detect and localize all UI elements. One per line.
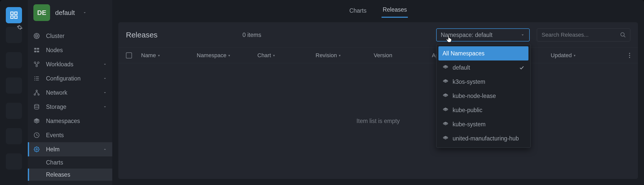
namespace-dropdown: All Namespaces default k3os-system: [436, 44, 531, 148]
svg-point-50: [629, 57, 630, 58]
chevron-down-icon: [82, 10, 87, 15]
panel-header: Releases 0 items Namespace: default All …: [118, 22, 638, 48]
svg-point-34: [34, 104, 39, 106]
col-name[interactable]: Name▾: [141, 52, 197, 59]
storage-icon: [33, 103, 40, 111]
check-icon: [519, 65, 524, 70]
panel-title: Releases: [126, 31, 158, 39]
col-namespace[interactable]: Namespace▾: [197, 52, 257, 59]
search-input[interactable]: [541, 31, 620, 38]
dropdown-item-label: united-manufacturing-hub: [453, 135, 519, 142]
col-updated[interactable]: Updated▾: [551, 52, 586, 59]
dropdown-item[interactable]: k3os-system: [438, 75, 528, 89]
tab-charts[interactable]: Charts: [348, 7, 368, 18]
svg-rect-2: [11, 16, 13, 18]
nodes-icon: [33, 46, 40, 54]
svg-point-46: [621, 33, 624, 36]
svg-line-11: [37, 36, 38, 38]
cluster-badge: DE: [33, 4, 50, 21]
svg-rect-16: [34, 51, 36, 52]
chevron-down-icon: [103, 62, 107, 67]
rail-slot[interactable]: [6, 77, 22, 94]
sidebar-item-configuration[interactable]: Configuration: [28, 71, 112, 86]
rail-slot[interactable]: [6, 52, 22, 68]
rail-home-button[interactable]: [6, 7, 22, 23]
namespace-select[interactable]: Namespace: default All Namespaces defaul…: [436, 28, 530, 42]
chevron-down-icon: [103, 90, 107, 95]
svg-line-12: [37, 34, 38, 35]
rail-slot[interactable]: [6, 153, 22, 170]
sidebar-item-storage[interactable]: Storage: [28, 100, 112, 114]
dropdown-item-default[interactable]: default: [438, 60, 528, 75]
col-chart[interactable]: Chart▾: [257, 52, 316, 59]
sidebar-sub-releases[interactable]: Releases: [28, 169, 112, 181]
sidebar-item-workloads[interactable]: Workloads: [28, 57, 112, 71]
svg-rect-24: [36, 76, 39, 77]
sort-icon: ▾: [228, 53, 230, 57]
helm-wheel-icon: [33, 32, 40, 40]
nav: Cluster Nodes Workloads Configurati: [28, 25, 112, 181]
sidebar-item-network[interactable]: Network: [28, 86, 112, 100]
rail-slot[interactable]: [6, 128, 22, 144]
chevron-up-icon: [103, 147, 107, 152]
sidebar-sub-charts[interactable]: Charts: [28, 156, 112, 169]
svg-line-47: [624, 36, 625, 37]
sidebar-item-events[interactable]: Events: [28, 128, 112, 142]
select-all[interactable]: [126, 52, 141, 58]
rail-slot[interactable]: [6, 103, 22, 119]
dropdown-item-label: k3os-system: [453, 78, 485, 85]
search-box[interactable]: [537, 28, 630, 42]
sidebar-item-namespaces[interactable]: Namespaces: [28, 114, 112, 128]
sidebar-sub-label: Charts: [46, 159, 63, 166]
sidebar-item-label: Nodes: [46, 47, 107, 54]
chevron-down-icon: [103, 76, 107, 81]
cluster-selector[interactable]: DE default: [28, 0, 112, 25]
sort-icon: ▾: [273, 53, 275, 57]
svg-rect-17: [37, 51, 39, 52]
dropdown-item-all[interactable]: All Namespaces: [438, 46, 528, 60]
svg-rect-26: [36, 78, 39, 79]
layers-icon: [33, 117, 40, 125]
cluster-name: default: [55, 9, 75, 17]
svg-line-33: [37, 91, 38, 94]
clock-icon: [33, 131, 40, 139]
sidebar-item-label: Workloads: [46, 61, 97, 68]
tabs: Charts Releases: [118, 0, 638, 18]
network-icon: [33, 89, 40, 96]
rail-settings-icon[interactable]: [17, 24, 23, 30]
dropdown-item[interactable]: kube-node-lease: [438, 89, 528, 103]
table-body: Item list is empty: [118, 63, 638, 179]
search-icon: [620, 32, 626, 38]
layers-icon: [442, 65, 449, 71]
sidebar-item-label: Configuration: [46, 75, 97, 82]
tab-releases[interactable]: Releases: [382, 6, 408, 18]
sidebar-item-nodes[interactable]: Nodes: [28, 43, 112, 57]
col-revision[interactable]: Revision▾: [316, 52, 374, 59]
layers-icon: [442, 135, 449, 141]
dropdown-item[interactable]: united-manufacturing-hub: [438, 131, 528, 146]
col-version[interactable]: Version: [374, 52, 432, 59]
sort-icon: ▾: [158, 53, 160, 57]
chevron-down-icon: [103, 105, 107, 109]
svg-point-48: [629, 53, 630, 54]
namespace-select-label: Namespace: default: [441, 32, 493, 38]
sidebar-item-label: Storage: [46, 104, 97, 110]
column-menu[interactable]: [629, 52, 630, 58]
left-rail: [0, 0, 28, 185]
svg-line-32: [35, 91, 37, 94]
empty-state: Item list is empty: [357, 118, 400, 125]
svg-line-10: [35, 34, 36, 35]
dropdown-item-label: All Namespaces: [442, 50, 484, 57]
svg-line-21: [36, 63, 36, 65]
table-header: Name▾ Namespace▾ Chart▾ Revision▾ Versio…: [118, 48, 638, 63]
app-root: DE default Cluster: [0, 0, 644, 185]
dropdown-item[interactable]: kube-system: [438, 117, 528, 131]
sidebar-sub-label: Releases: [46, 171, 70, 178]
svg-rect-0: [11, 12, 13, 14]
sidebar-item-helm[interactable]: Helm: [28, 142, 112, 156]
svg-point-37: [36, 149, 37, 150]
sidebar: DE default Cluster: [28, 0, 112, 185]
helm-icon: [33, 146, 40, 153]
sidebar-item-cluster[interactable]: Cluster: [28, 29, 112, 43]
dropdown-item[interactable]: kube-public: [438, 103, 528, 117]
